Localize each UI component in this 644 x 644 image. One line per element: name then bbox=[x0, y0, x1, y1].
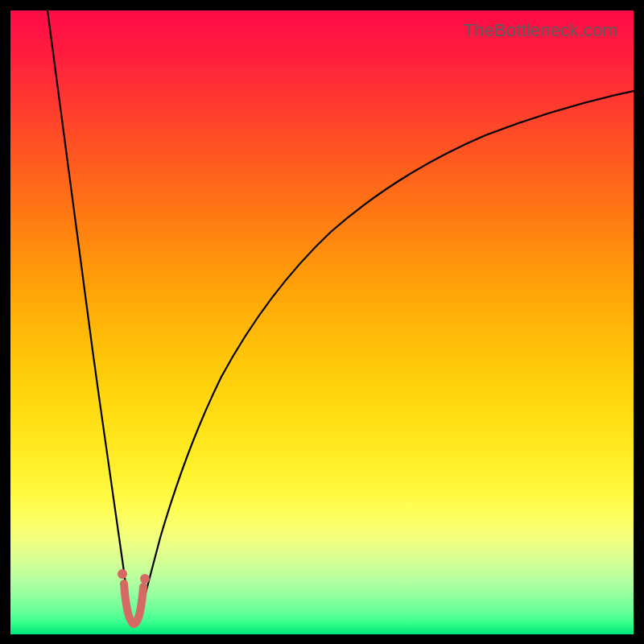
watermark-label: TheBottleneck.com bbox=[463, 20, 617, 41]
marker-dot bbox=[118, 569, 127, 579]
bottleneck-curve bbox=[10, 10, 634, 634]
plot-area: TheBottleneck.com bbox=[10, 10, 634, 634]
marker-u-shape bbox=[124, 584, 143, 624]
marker-dot bbox=[140, 574, 150, 584]
optimal-markers bbox=[118, 569, 150, 624]
curve-path bbox=[47, 10, 634, 626]
chart-frame: TheBottleneck.com bbox=[0, 0, 644, 644]
